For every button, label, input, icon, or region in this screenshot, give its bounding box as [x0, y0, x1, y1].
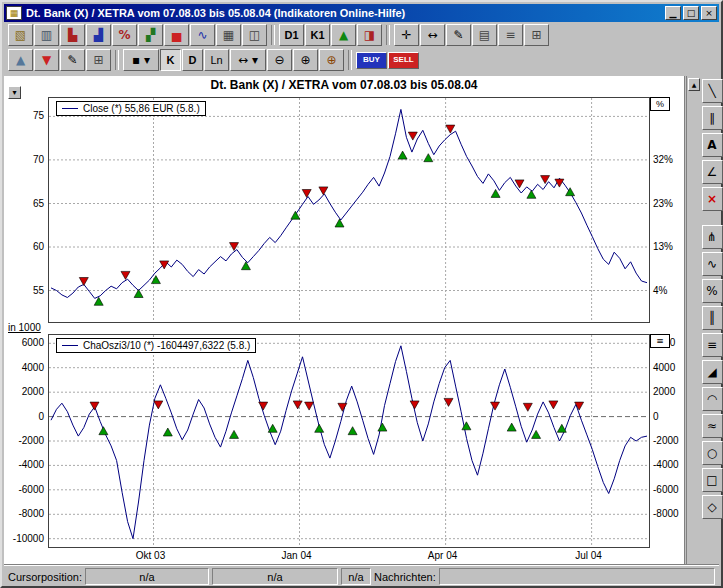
drawing-tool-palette: ╲∥A∠×⋔∿%║≡◢◠≈○□◇ [701, 76, 723, 564]
sell-marker [302, 190, 311, 198]
rectangle-tool[interactable]: □ [702, 468, 723, 492]
y-axis-right-tick-label: 32% [653, 154, 673, 165]
layout-button[interactable]: ⊞ [524, 24, 549, 46]
zoom-range-button[interactable]: ⊕ [319, 49, 344, 71]
buy-marker [507, 423, 516, 431]
split-view-button[interactable]: ◨ [357, 24, 382, 46]
trendline-tool[interactable]: ╲ [702, 79, 723, 103]
buy-marker [398, 151, 407, 159]
wave-tool[interactable]: ≈ [702, 414, 723, 438]
cursor-position-label: Cursorposition: [8, 571, 82, 583]
sell-marker [338, 403, 347, 411]
maximize-icon: □ [687, 9, 696, 18]
log-scale-button-icon: Ln [210, 55, 222, 66]
x-axis-tick-label: Apr 04 [421, 550, 465, 561]
app-icon: ▦ [6, 6, 22, 20]
delete-drawing-tool[interactable]: × [702, 187, 723, 211]
buy-marker [268, 424, 277, 432]
y-axis-right-tick-label: 0 [653, 411, 659, 422]
indicator-pane[interactable] [48, 334, 650, 548]
zoom-out-button-icon: ⊖ [274, 54, 284, 66]
log-scale-button[interactable]: Ln [204, 49, 229, 71]
quote-list-button[interactable]: ≡ [498, 24, 523, 46]
price-type-button[interactable]: ▙ [60, 24, 85, 46]
ellipse-tool[interactable]: ○ [702, 441, 723, 465]
app-icon-glyph: ▦ [10, 8, 19, 18]
measure-tool[interactable]: ◇ [702, 495, 723, 519]
save-chart-button[interactable]: ◫ [242, 24, 267, 46]
sell-button[interactable]: SELL [388, 52, 419, 69]
sell-marker [410, 401, 419, 409]
area-chart-button[interactable]: ▲ [8, 49, 33, 71]
percent-view-button[interactable]: % [112, 24, 137, 46]
table-button[interactable]: ▦ [216, 24, 241, 46]
interval-d1-button[interactable]: D1 [279, 24, 304, 46]
signal-markers-button[interactable]: ▼ [34, 49, 59, 71]
sell-marker [444, 398, 453, 406]
pane-selector-button[interactable]: ▾ [8, 86, 21, 99]
crosshair-button[interactable]: ✛ [394, 24, 419, 46]
vertical-grid-tool[interactable]: ║ [702, 306, 723, 330]
line-chart-button[interactable]: ∿ [190, 24, 215, 46]
y-axis-tick-label: -2000 [4, 435, 44, 446]
zoom-in-button[interactable]: ⊕ [293, 49, 318, 71]
zigzag-tool[interactable]: ∿ [702, 252, 723, 276]
scroll-up-button[interactable]: ▲ [688, 78, 700, 91]
y-axis-tick-label: 0 [4, 411, 44, 422]
pitchfork-tool[interactable]: ⋔ [702, 225, 723, 249]
buy-marker [163, 428, 172, 436]
angle-tool[interactable]: ∠ [702, 160, 723, 184]
fan-lines-tool[interactable]: ◢ [702, 360, 723, 384]
daily-mode-button[interactable]: D [182, 49, 203, 71]
histogram-button[interactable]: ▅ [164, 24, 189, 46]
price-pane[interactable] [48, 97, 650, 323]
cursor-y-field: n/a [212, 568, 338, 585]
chart-grid-button[interactable]: ⊞ [86, 49, 111, 71]
parallel-lines-tool[interactable]: ∥ [702, 106, 723, 130]
interval-k1-button[interactable]: K1 [305, 24, 330, 46]
buy-button[interactable]: BUY [356, 52, 387, 69]
move-mode-button[interactable]: ↔ [420, 24, 445, 46]
titlebar[interactable]: ▦ Dt. Bank (X) / XETRA vom 07.08.03 bis … [4, 4, 719, 22]
percent-axis-button[interactable]: % [650, 97, 670, 111]
percent-lines-tool[interactable]: % [702, 279, 723, 303]
maximize-button[interactable]: □ [683, 6, 699, 20]
x-axis-tick-label: Jul 04 [567, 550, 611, 561]
indicator-up-button[interactable]: ▲ [331, 24, 356, 46]
horizontal-grid-tool[interactable]: ≡ [702, 333, 723, 357]
compare-chart-button-icon: ▟ [94, 29, 103, 41]
draw-indicator-button[interactable]: ✎ [60, 49, 85, 71]
cursor-extra-field: n/a [341, 568, 371, 585]
rectangle-tool-icon: □ [706, 473, 717, 487]
y-axis-tick-label: 6000 [4, 337, 44, 348]
text-tool[interactable]: A [702, 133, 723, 157]
price-type-button-icon: ▙ [68, 29, 77, 41]
window-frame: ▦ Dt. Bank (X) / XETRA vom 07.08.03 bis … [0, 0, 723, 588]
text-tool-icon: A [707, 138, 716, 152]
close-button[interactable]: × [701, 6, 717, 20]
signal-dots-button[interactable]: ▞ [138, 24, 163, 46]
pointer-mode-select[interactable]: ↔ ▾ [230, 49, 266, 71]
zoom-out-button[interactable]: ⊖ [267, 49, 292, 71]
line-style-select[interactable]: ▪ ▾ [123, 49, 159, 71]
percent-lines-tool-icon: % [706, 284, 717, 298]
minimize-button[interactable]: ▁ [665, 6, 681, 20]
area-chart-button-icon: ▲ [16, 54, 25, 66]
notes-button[interactable]: ▤ [472, 24, 497, 46]
new-chart-button[interactable]: ▧ [8, 24, 33, 46]
interval-d1-button-icon: D1 [284, 30, 298, 41]
indicator-legend-text: ChaOszi3/10 (*) -1604497,6322 (5.8.) [83, 340, 250, 351]
toolbar-separator [386, 25, 390, 45]
new-chart-button-icon: ▧ [15, 29, 26, 41]
pane-options-button[interactable]: ≡ [650, 334, 670, 348]
layout-button-icon: ⊞ [531, 29, 541, 41]
sell-marker [549, 401, 558, 409]
y-axis-right-tick-label: -2000 [653, 435, 679, 446]
copy-chart-button[interactable]: ▥ [34, 24, 59, 46]
edit-pencil-button[interactable]: ✎ [446, 24, 471, 46]
quote-list-button-icon: ≡ [505, 29, 515, 41]
compare-chart-button[interactable]: ▟ [86, 24, 111, 46]
arc-tool[interactable]: ◠ [702, 387, 723, 411]
indicator-legend: ChaOszi3/10 (*) -1604497,6322 (5.8.) [56, 338, 256, 353]
candle-mode-button[interactable]: K [160, 49, 181, 71]
